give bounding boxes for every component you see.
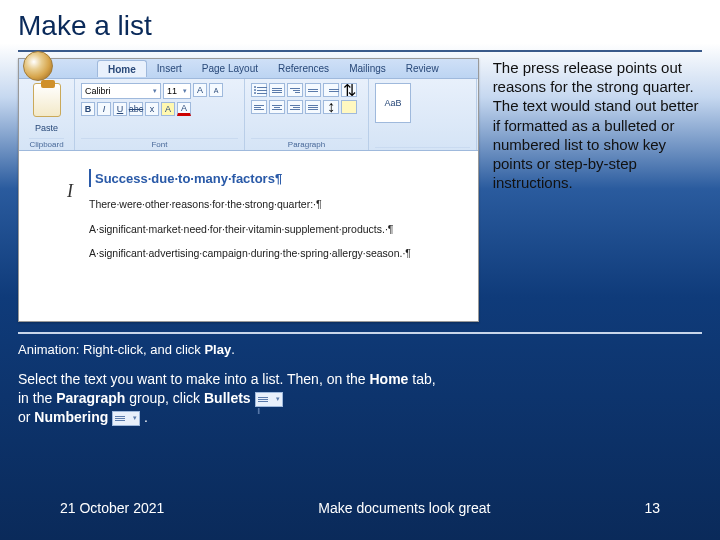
underline-button[interactable]: U xyxy=(113,102,127,116)
font-size-combo[interactable]: 11▾ xyxy=(163,83,191,99)
footer-center: Make documents look great xyxy=(318,500,490,516)
bullets-inline-icon: ▾ xyxy=(255,392,283,407)
font-name-combo[interactable]: Calibri▾ xyxy=(81,83,161,99)
divider xyxy=(18,50,702,52)
style-swatch[interactable]: AaB xyxy=(375,83,411,123)
strike-button[interactable]: abc xyxy=(129,102,143,116)
align-center-icon[interactable] xyxy=(269,100,285,114)
tab-page-layout[interactable]: Page Layout xyxy=(192,60,268,77)
footer-page: 13 xyxy=(644,500,660,516)
font-size-value: 11 xyxy=(167,86,177,96)
doc-heading: Success·due·to·many·factors¶ xyxy=(95,171,282,186)
paste-label: Paste xyxy=(35,123,58,133)
anim-play: Play xyxy=(204,342,231,357)
decrease-indent-icon[interactable] xyxy=(305,83,321,97)
bold-button[interactable]: B xyxy=(81,102,95,116)
doc-p2: A·significant·market·need·for·their·vita… xyxy=(89,222,468,237)
font-color-button[interactable]: A xyxy=(177,102,191,116)
line-spacing-icon[interactable]: ↕ xyxy=(323,100,339,114)
divider xyxy=(18,332,702,334)
numbering-icon[interactable] xyxy=(269,83,285,97)
subscript-button[interactable]: x xyxy=(145,102,159,116)
group-font: Font xyxy=(81,138,238,149)
align-left-icon[interactable] xyxy=(251,100,267,114)
explanation-text: The press release points out reasons for… xyxy=(493,58,702,322)
shrink-font-icon[interactable]: A xyxy=(209,83,223,97)
grow-font-icon[interactable]: A xyxy=(193,83,207,97)
word-screenshot: Home Insert Page Layout References Maili… xyxy=(18,58,479,322)
doc-p1: There·were·other·reasons·for·the·strong·… xyxy=(89,197,468,212)
italic-button[interactable]: I xyxy=(97,102,111,116)
doc-p3: A·significant·advertising·campaign·durin… xyxy=(89,246,468,261)
increase-indent-icon[interactable] xyxy=(323,83,339,97)
highlight-button[interactable]: A xyxy=(161,102,175,116)
font-name-value: Calibri xyxy=(85,86,111,96)
sort-icon[interactable]: ⇅ xyxy=(341,83,357,97)
chevron-down-icon: ▾ xyxy=(153,87,157,95)
document-area: I Success·due·to·many·factors¶ There·wer… xyxy=(19,151,478,321)
tab-review[interactable]: Review xyxy=(396,60,449,77)
justify-icon[interactable] xyxy=(305,100,321,114)
office-button-icon[interactable] xyxy=(23,51,53,81)
tab-mailings[interactable]: Mailings xyxy=(339,60,396,77)
animation-note: Animation: Right-click, and click Play. xyxy=(18,342,702,357)
text-cursor-icon: I xyxy=(67,181,73,202)
slide-title: Make a list xyxy=(18,10,152,42)
group-clipboard: Clipboard xyxy=(29,138,63,149)
group-styles xyxy=(375,147,470,149)
paste-icon[interactable] xyxy=(33,83,61,117)
anim-prefix: Animation: Right-click, and click xyxy=(18,342,204,357)
multilevel-icon[interactable] xyxy=(287,83,303,97)
tab-home[interactable]: Home xyxy=(97,60,147,77)
footer-date: 21 October 2021 xyxy=(60,500,164,516)
group-paragraph: Paragraph xyxy=(251,138,362,149)
numbering-inline-icon: ▾ xyxy=(112,411,140,426)
bullets-icon[interactable] xyxy=(251,83,267,97)
shading-icon[interactable] xyxy=(341,100,357,114)
tab-insert[interactable]: Insert xyxy=(147,60,192,77)
tab-references[interactable]: References xyxy=(268,60,339,77)
instructions: Select the text you want to make into a … xyxy=(18,370,440,427)
align-right-icon[interactable] xyxy=(287,100,303,114)
chevron-down-icon: ▾ xyxy=(183,87,187,95)
ribbon-tabs: Home Insert Page Layout References Maili… xyxy=(97,60,449,77)
